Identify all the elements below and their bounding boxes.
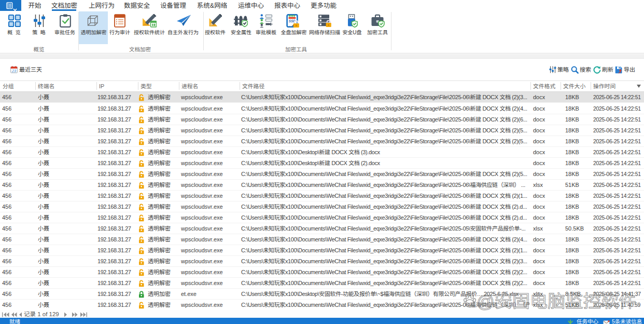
svg-text:du: du xyxy=(467,302,473,307)
svg-text:23: 23 xyxy=(11,69,16,73)
